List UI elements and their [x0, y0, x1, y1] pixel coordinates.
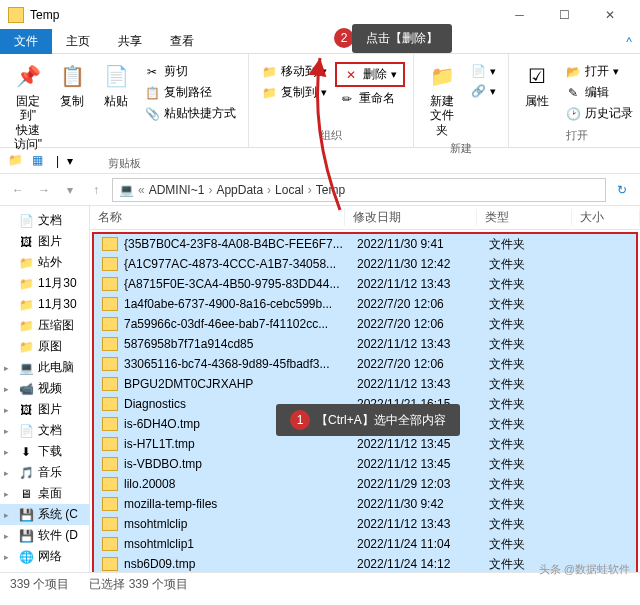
pasteshortcut-button[interactable]: 📎粘贴快捷方式 [140, 104, 240, 123]
status-items: 339 个项目 [10, 576, 69, 593]
copyto-icon: 📁 [261, 85, 277, 101]
callout-delete: 点击【删除】 [352, 24, 452, 53]
view-icon[interactable]: ▦ [32, 153, 48, 169]
arrow-annotation [300, 50, 360, 220]
newitem-icon: 📄 [470, 63, 486, 79]
tree-item[interactable]: 🖼图片 [0, 231, 89, 252]
minimize-button[interactable]: ─ [497, 1, 542, 29]
path-icon: 📋 [144, 85, 160, 101]
tree-item[interactable]: ▸🖥桌面 [0, 483, 89, 504]
edit-icon: ✎ [565, 85, 581, 101]
file-row[interactable]: msohtmlclip2022/11/12 13:43文件夹 [94, 514, 636, 534]
file-row[interactable]: is-H7L1T.tmp2022/11/12 13:45文件夹 [94, 434, 636, 454]
file-row[interactable]: {A1C977AC-4873-4CCC-A1B7-34058...2022/11… [94, 254, 636, 274]
maximize-button[interactable]: ☐ [542, 1, 587, 29]
tree-item[interactable]: ▸💾系统 (C [0, 504, 89, 525]
open-icon: 📂 [565, 64, 581, 80]
link-icon: 🔗 [470, 83, 486, 99]
file-row[interactable]: 33065116-bc74-4368-9d89-45fbadf3...2022/… [94, 354, 636, 374]
file-row[interactable]: {A8715F0E-3CA4-4B50-9795-83DD44...2022/1… [94, 274, 636, 294]
status-selected: 已选择 339 个项目 [89, 576, 188, 593]
file-row[interactable]: 5876958b7f71a914cd852022/11/12 13:43文件夹 [94, 334, 636, 354]
group-new: 新建 [450, 139, 472, 158]
col-size[interactable]: 大小 [572, 209, 640, 226]
pin-icon: 📌 [12, 60, 44, 92]
up-button[interactable]: ↑ [84, 178, 108, 202]
tree-item[interactable]: 📁11月30 [0, 294, 89, 315]
tree-item[interactable]: 📄文档 [0, 210, 89, 231]
shortcut-icon: 📎 [144, 106, 160, 122]
newfolder-button[interactable]: 📁新建 文件夹 [422, 58, 462, 139]
titlebar: Temp ─ ☐ ✕ [0, 0, 640, 30]
tree-item[interactable]: ▸💻此电脑 [0, 357, 89, 378]
file-row[interactable]: lilo.200082022/11/29 12:03文件夹 [94, 474, 636, 494]
newitem-button[interactable]: 📄▾ [466, 62, 500, 80]
file-row[interactable]: mozilla-temp-files2022/11/30 9:42文件夹 [94, 494, 636, 514]
scissors-icon: ✂ [144, 64, 160, 80]
cut-button[interactable]: ✂剪切 [140, 62, 240, 81]
tree-item[interactable]: ▸🎵音乐 [0, 462, 89, 483]
qat-sep: | [56, 154, 59, 168]
copy-button[interactable]: 📋复制 [52, 58, 92, 110]
recent-button[interactable]: ▾ [58, 178, 82, 202]
tree-item[interactable]: ▸🖼图片 [0, 399, 89, 420]
open-button[interactable]: 📂打开 ▾ [561, 62, 637, 81]
tree-item[interactable]: ▸📄文档 [0, 420, 89, 441]
properties-button[interactable]: ☑属性 [517, 58, 557, 110]
window-title: Temp [30, 8, 497, 22]
easyaccess-button[interactable]: 🔗▾ [466, 82, 500, 100]
tab-share[interactable]: 共享 [104, 29, 156, 54]
history-icon: 🕑 [565, 106, 581, 122]
col-type[interactable]: 类型 [477, 209, 572, 226]
tree-item[interactable]: 📁站外 [0, 252, 89, 273]
tree-item[interactable]: ▸📹视频 [0, 378, 89, 399]
tree-item[interactable]: ▸💾软件 (D [0, 525, 89, 546]
folder-icon [8, 7, 24, 23]
edit-button[interactable]: ✎编辑 [561, 83, 637, 102]
nav-tree[interactable]: 📄文档🖼图片📁站外📁11月30📁11月30📁压缩图📁原图▸💻此电脑▸📹视频▸🖼图… [0, 206, 90, 572]
file-row[interactable]: BPGU2DMT0CJRXAHP2022/11/12 13:43文件夹 [94, 374, 636, 394]
file-row[interactable]: {35B7B0C4-23F8-4A08-B4BC-FEE6F7...2022/1… [94, 234, 636, 254]
tree-item[interactable]: 📁11月30 [0, 273, 89, 294]
tree-item[interactable]: ▸🌐网络 [0, 546, 89, 567]
tree-item[interactable]: 📁压缩图 [0, 315, 89, 336]
refresh-button[interactable]: ↻ [610, 183, 634, 197]
file-row[interactable]: 1a4f0abe-6737-4900-8a16-cebc599b...2022/… [94, 294, 636, 314]
tree-item[interactable]: 📁原图 [0, 336, 89, 357]
folder-icon: 📁 [8, 153, 24, 169]
column-headers[interactable]: 名称 修改日期 类型 大小 [90, 206, 640, 230]
tree-item[interactable]: ▸⬇下载 [0, 441, 89, 462]
col-date[interactable]: 修改日期 [345, 209, 477, 226]
group-open: 打开 [566, 126, 588, 145]
file-row[interactable]: msohtmlclip12022/11/24 11:04文件夹 [94, 534, 636, 554]
paste-button[interactable]: 📄粘贴 [96, 58, 136, 110]
forward-button[interactable]: → [32, 178, 56, 202]
pc-icon: 💻 [119, 183, 134, 197]
close-button[interactable]: ✕ [587, 1, 632, 29]
group-clipboard: 剪贴板 [108, 154, 141, 173]
badge-2: 2 [334, 28, 354, 48]
watermark: 头条 @数据蛙软件 [539, 562, 630, 577]
paste-icon: 📄 [100, 60, 132, 92]
file-list[interactable]: {35B7B0C4-23F8-4A08-B4BC-FEE6F7...2022/1… [92, 232, 638, 572]
copypath-button[interactable]: 📋复制路径 [140, 83, 240, 102]
file-row[interactable]: 7a59966c-03df-46ee-bab7-f41102cc...2022/… [94, 314, 636, 334]
newfolder-icon: 📁 [426, 60, 458, 92]
properties-icon: ☑ [521, 60, 553, 92]
file-row[interactable]: is-VBDBO.tmp2022/11/12 13:45文件夹 [94, 454, 636, 474]
tab-home[interactable]: 主页 [52, 29, 104, 54]
tab-view[interactable]: 查看 [156, 29, 208, 54]
back-button[interactable]: ← [6, 178, 30, 202]
history-button[interactable]: 🕑历史记录 [561, 104, 637, 123]
callout-selectall: 1【Ctrl+A】选中全部内容 [276, 404, 460, 436]
moveto-icon: 📁 [261, 64, 277, 80]
copy-icon: 📋 [56, 60, 88, 92]
ribbon-toggle[interactable]: ^ [618, 35, 640, 49]
file-pane: 名称 修改日期 类型 大小 {35B7B0C4-23F8-4A08-B4BC-F… [90, 206, 640, 572]
tab-file[interactable]: 文件 [0, 29, 52, 54]
qat-dropdown[interactable]: ▾ [67, 154, 73, 168]
pin-button[interactable]: 📌固定到" 快速访问" [8, 58, 48, 154]
